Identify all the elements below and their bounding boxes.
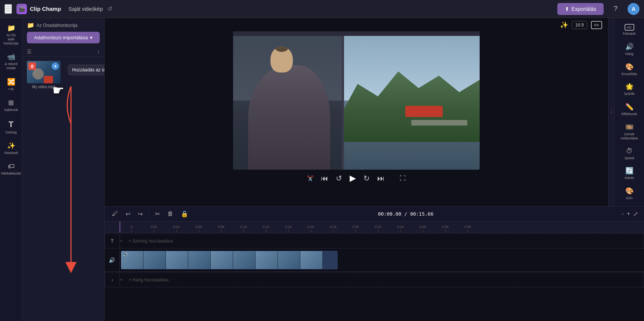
topbar-right: ⬆ Exportálás ? A [557, 3, 640, 15]
speed-icon: ⏱ [626, 147, 633, 155]
help-button[interactable]: ? [610, 3, 622, 15]
trash-icon: 🗑 [30, 64, 34, 68]
right-panel-audio[interactable]: 🔊 Hang [616, 40, 643, 59]
cc-icon: CC [625, 24, 634, 31]
sidebar-item-brand[interactable]: 🏷 Márkakészlet [1, 160, 21, 179]
sidebar-item-animations[interactable]: ✨ Átünések [1, 139, 21, 158]
play-button[interactable]: ▶ [350, 173, 356, 183]
project-name[interactable]: Saját videókép [68, 6, 103, 12]
speed-label: Speed [624, 156, 634, 160]
timeline-time: 00:00.00 / 00:15.66 [194, 211, 617, 217]
aspect-ratio-button[interactable]: 16:9 [572, 21, 587, 29]
sidebar: 📁 Az Önadathordozója 📹 & rekordcreate 🔀 … [0, 18, 22, 321]
sidebar-templates-label: Sablonok [4, 108, 18, 112]
transitions-icon: 🔀 [7, 78, 15, 86]
center-right: ✨ 16:9 CC [105, 18, 644, 321]
app-logo: 🎬 Clip Champ [16, 4, 61, 14]
playhead[interactable] [120, 222, 120, 232]
topbar: ☰ 🎬 Clip Champ Saját videókép ↺ ⬆ Export… [0, 0, 644, 18]
ruler-mark-30: 0:30 [456, 225, 479, 232]
forward5-button[interactable]: ↻ [363, 174, 370, 183]
timeline-toolbar: 🖊 ↩ ↪ ✂ 🗑 🔒 00:00.00 / 00:15.66 - + ⤢ [105, 207, 644, 222]
text-track-content[interactable]: + + Szöveg hozzáadása [120, 234, 644, 248]
ruler-marks: 0 0:02 0:04 0:06 [120, 222, 479, 232]
sidebar-item-text[interactable]: T Szöveg [1, 117, 21, 138]
ruler-mark-20: 0:20 [344, 225, 367, 232]
ruler-mark-28: 0:28 [434, 225, 456, 232]
sidebar-animations-label: Átünések [4, 151, 18, 155]
fit-zoom-button[interactable]: ⤢ [633, 210, 638, 217]
right-panel-color[interactable]: 🎨 Énszólítás [616, 60, 643, 79]
delete-tool[interactable]: 🗑 [166, 209, 175, 219]
woman-head [270, 46, 293, 72]
pointer-tool[interactable]: 🖊 [111, 209, 120, 219]
user-avatar[interactable]: A [628, 3, 640, 15]
topbar-left: ☰ 🎬 Clip Champ Saját videókép ↺ [4, 4, 557, 14]
import-label: Adathordozó importálása [34, 35, 88, 40]
clip-audio-icon: 🔊 [123, 252, 128, 257]
panel-collapse-button[interactable]: ‹ [608, 18, 614, 206]
import-button[interactable]: Adathordozó importálása ▾ [27, 32, 100, 43]
media-panel-header: 📁 Az Onadathordozója Adathordozó importá… [22, 18, 104, 47]
right-panel-effects[interactable]: ✏️ Effektusok [616, 100, 643, 119]
folder-icon: 📁 [7, 24, 15, 32]
skip-button[interactable]: ⏭ [377, 174, 385, 183]
clip-frame-6 [233, 251, 256, 269]
music-icon: ♪ [111, 277, 114, 283]
ruler-mark-8: 0:08 [210, 225, 232, 232]
right-panel-transition[interactable]: 🔄 Átérés [616, 164, 643, 183]
media-content: 🗑 + My video.mp4 Hozzáadás az ütemtervhe… [22, 56, 104, 321]
video-scene [233, 31, 480, 170]
right-panel-filters[interactable]: 🌟 Szűrők [616, 80, 643, 99]
fullscreen-button[interactable]: ⛶ [400, 175, 406, 182]
right-panel-speed[interactable]: ⏱ Speed [616, 144, 643, 163]
text-add-label: + Szöveg hozzáadása [124, 238, 173, 244]
folder-small-icon: 📁 [27, 22, 34, 29]
export-button[interactable]: ⬆ Exportálás [557, 3, 604, 15]
redo-button[interactable]: ↪ [136, 209, 144, 219]
sidebar-item-record[interactable]: 📹 & rekordcreate [1, 50, 21, 73]
split-tool[interactable]: ✂ [154, 209, 161, 219]
back5-button[interactable]: ↺ [336, 174, 342, 183]
menu-button[interactable]: ☰ [4, 4, 12, 14]
magic-cut-button[interactable]: ✨ [560, 21, 568, 29]
sort-icon[interactable]: ↕ [97, 49, 100, 55]
plus-icon-audio: + [120, 277, 123, 283]
lock-tool[interactable]: 🔒 [179, 209, 190, 219]
train [405, 106, 443, 117]
timeline: 🖊 ↩ ↪ ✂ 🗑 🔒 00:00.00 / 00:15.66 - + ⤢ [105, 206, 644, 321]
ruler-mark-6: 0:06 [188, 225, 210, 232]
clip-frame-7 [256, 251, 278, 269]
audio-wave-icon: 🔊 [109, 257, 115, 263]
right-panel-color-grade[interactable]: 🎞️ Színek módosítása [616, 120, 643, 143]
sidebar-record-label: & rekordcreate [4, 62, 17, 70]
export-label: Exportálás [572, 6, 596, 12]
right-panel-cc[interactable]: CC Feliratok [616, 21, 643, 39]
video-clip[interactable]: 🔊 [121, 251, 338, 269]
audio-track-content[interactable]: + + Hang hozzáadása [120, 273, 644, 287]
cc-button[interactable]: CC [591, 21, 602, 29]
filter-icon[interactable]: ☰ [27, 49, 32, 55]
rewind-button[interactable]: ⏮ [321, 174, 328, 183]
clip-frame-3 [166, 251, 188, 269]
right-panel-color2[interactable]: 🎨 Szín [616, 184, 643, 203]
bridge [411, 120, 467, 126]
sidebar-item-media[interactable]: 📁 Az Önadathordozója [1, 21, 21, 48]
media-add-button[interactable]: + [52, 62, 59, 70]
timeline-ruler: 0 0:02 0:04 0:06 [105, 222, 644, 233]
zoom-out-button[interactable]: - [622, 210, 623, 217]
sidebar-transitions-label: r-ár [9, 87, 14, 91]
sidebar-item-templates[interactable]: ⊞ Sablonok [1, 96, 21, 115]
ruler-mark-0: 0 [120, 225, 143, 232]
text-track-label: T [105, 234, 120, 248]
color-grade-icon: 🎞️ [625, 123, 634, 131]
transition-icon: 🔄 [625, 167, 634, 175]
palette-icon: 🎨 [625, 187, 634, 195]
media-delete-button[interactable]: 🗑 [28, 62, 36, 70]
zoom-in-button[interactable]: + [627, 210, 630, 217]
undo-button[interactable]: ↩ [124, 209, 132, 219]
sidebar-text-label: Szöveg [5, 130, 16, 135]
window-top-frame [233, 31, 480, 36]
magic-split-button[interactable]: ✂️ [307, 175, 313, 181]
sidebar-item-transitions[interactable]: 🔀 r-ár [1, 75, 21, 94]
